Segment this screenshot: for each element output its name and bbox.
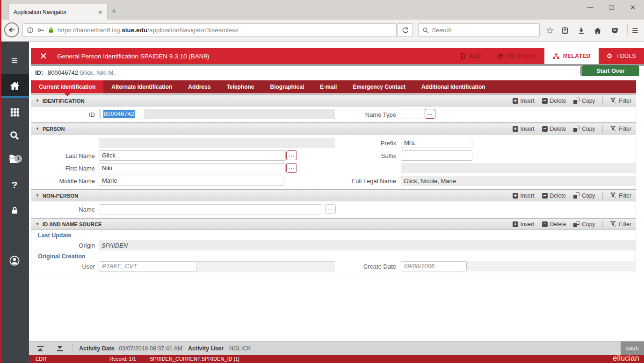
keyblock-id-value: 800046742 xyxy=(48,69,78,76)
full-legal-name-label: Full Legal Name xyxy=(321,178,396,185)
key-icon[interactable] xyxy=(37,27,44,34)
collapse-caret-icon[interactable]: ▼ xyxy=(36,222,39,226)
non-person-name-lookup-button[interactable]: ... xyxy=(325,204,336,214)
name-type-lookup-button[interactable]: ... xyxy=(425,109,435,119)
section-body-person: Prefix Mrs. Last Name Glick ... Suffix F… xyxy=(31,135,636,189)
url-bar[interactable]: https://bannerban9.isg.siue.edu/applicat… xyxy=(22,23,397,37)
tab-close-icon[interactable]: × xyxy=(98,8,102,16)
section-header-identification[interactable]: ▼ IDENTIFICATION +Insert −Delete Copy Fi… xyxy=(31,94,636,107)
toolbar-divider xyxy=(627,24,628,36)
middle-name-input[interactable]: Marie xyxy=(99,176,284,186)
tab-email[interactable]: E-mail xyxy=(312,80,345,93)
last-name-input[interactable]: Glick xyxy=(99,150,286,161)
suffix-input[interactable] xyxy=(401,150,472,161)
browser-tab[interactable]: Application Navigator × xyxy=(8,4,108,20)
delete-button[interactable]: −Delete xyxy=(542,221,566,228)
tab-telephone[interactable]: Telephone xyxy=(218,80,262,93)
tab-additional-identification[interactable]: Additional Identification xyxy=(413,80,493,93)
insert-button[interactable]: +Insert xyxy=(513,98,535,104)
browser-menu-icon[interactable]: ≡ xyxy=(629,24,642,36)
create-date-input[interactable]: 09/08/2006 xyxy=(401,261,467,271)
sidebar-menu-icon[interactable]: ≡ xyxy=(0,50,29,71)
sidebar-item-signout[interactable] xyxy=(0,199,29,221)
collapse-caret-icon[interactable]: ▼ xyxy=(36,193,39,198)
user-input[interactable]: PTAKE_CVT xyxy=(99,261,196,271)
insert-icon: + xyxy=(513,126,518,132)
search-box[interactable]: Search xyxy=(418,23,540,37)
copy-icon xyxy=(573,126,579,132)
filter-icon xyxy=(610,126,616,132)
collapse-caret-icon[interactable]: ▼ xyxy=(36,99,39,103)
new-tab-button[interactable]: + xyxy=(111,7,116,16)
insert-button[interactable]: +Insert xyxy=(513,126,535,132)
library-icon[interactable] xyxy=(558,24,572,36)
sidebar-item-profile[interactable] xyxy=(0,250,29,271)
original-creation-heading: Original Creation xyxy=(38,253,85,260)
browser-tab-title: Application Navigator xyxy=(14,9,98,15)
filter-button[interactable]: Filter xyxy=(610,126,631,132)
sidebar-item-search[interactable] xyxy=(0,125,29,146)
filter-button[interactable]: Filter xyxy=(610,221,631,228)
tab-current-identification[interactable]: Current Identification xyxy=(31,80,103,93)
save-button[interactable]: SAVE xyxy=(621,342,644,355)
browser-titlebar: Application Navigator × + — □ × xyxy=(0,0,644,20)
delete-icon: − xyxy=(542,98,548,104)
scroll-to-bottom-button[interactable] xyxy=(51,343,68,354)
insert-icon: + xyxy=(513,193,518,199)
delete-button[interactable]: −Delete xyxy=(542,98,566,104)
recently-opened-badge: 1 xyxy=(14,155,22,163)
section-body-non-person: Name ... xyxy=(31,201,636,218)
tab-biographical[interactable]: Biographical xyxy=(262,80,312,93)
non-person-name-input[interactable] xyxy=(99,204,321,214)
window-close-button[interactable]: × xyxy=(625,2,641,13)
tab-alternate-identification[interactable]: Alternate Identification xyxy=(103,80,180,93)
filter-button[interactable]: Filter xyxy=(610,98,631,104)
screen: Application Navigator × + — □ × https://… xyxy=(0,0,644,363)
related-button[interactable]: RELATED xyxy=(544,48,599,64)
collapse-caret-icon[interactable]: ▼ xyxy=(36,127,39,131)
sidebar-item-home-active[interactable] xyxy=(0,74,29,98)
section-header-person[interactable]: ▼ PERSON +Insert −Delete Copy Filter xyxy=(31,122,636,135)
prefix-input[interactable]: Mrs. xyxy=(401,138,472,148)
window-minimize-button[interactable]: — xyxy=(582,2,598,13)
first-name-input[interactable]: Niki xyxy=(99,163,286,173)
window-maximize-button[interactable]: □ xyxy=(603,2,619,13)
copy-button[interactable]: Copy xyxy=(573,98,595,104)
add-button[interactable]: ADD xyxy=(452,48,490,64)
copy-button[interactable]: Copy xyxy=(573,126,595,132)
tab-address[interactable]: Address xyxy=(180,80,218,93)
tools-button[interactable]: ⚙ TOOLS xyxy=(599,48,644,64)
sidebar-item-applications[interactable] xyxy=(0,101,29,123)
copy-button[interactable]: Copy xyxy=(573,221,595,228)
section-header-id-name-source[interactable]: ▼ ID AND NAME SOURCE +Insert −Delete Cop… xyxy=(31,218,636,230)
bookmark-star-icon[interactable]: ☆ xyxy=(543,24,557,36)
insert-button[interactable]: +Insert xyxy=(513,221,535,228)
retrieve-button[interactable]: RETRIEVE xyxy=(490,48,544,64)
info-icon[interactable] xyxy=(27,27,34,34)
back-button[interactable] xyxy=(4,22,19,37)
section-header-non-person[interactable]: ▼ NON-PERSON +Insert −Delete Copy Filter xyxy=(31,189,636,201)
copy-icon xyxy=(573,98,579,104)
filter-button[interactable]: Filter xyxy=(610,192,631,199)
tab-emergency-contact[interactable]: Emergency Contact xyxy=(345,80,413,93)
sidebar-item-help[interactable]: ? xyxy=(0,174,29,196)
id-input[interactable]: 800046742 xyxy=(100,109,145,119)
download-icon[interactable] xyxy=(575,24,588,36)
https-lock-icon[interactable] xyxy=(48,27,54,34)
home-toolbar-icon[interactable] xyxy=(591,24,604,36)
start-over-button[interactable]: Start Over xyxy=(582,65,639,76)
delete-button[interactable]: −Delete xyxy=(542,192,566,199)
copy-button[interactable]: Copy xyxy=(573,192,595,199)
pocket-icon[interactable] xyxy=(608,24,621,36)
last-name-lookup-button[interactable]: ... xyxy=(286,150,297,160)
ellucian-logo: ellucian xyxy=(613,354,639,363)
name-type-input[interactable] xyxy=(401,109,423,119)
scroll-to-top-button[interactable] xyxy=(32,343,49,354)
reload-button[interactable] xyxy=(398,23,413,37)
status-record: Record: 1/1 xyxy=(109,356,136,362)
keyblock-id-label: ID: xyxy=(35,69,43,76)
insert-button[interactable]: +Insert xyxy=(513,192,535,199)
first-name-lookup-button[interactable]: ... xyxy=(286,163,297,173)
delete-button[interactable]: −Delete xyxy=(542,126,566,132)
close-form-button[interactable]: ✕ xyxy=(31,48,56,64)
